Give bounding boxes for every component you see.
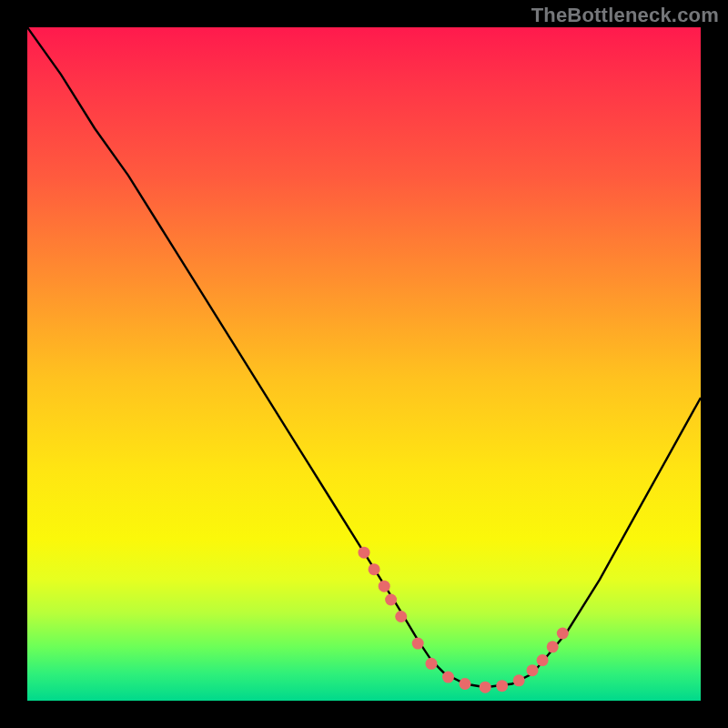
plot-area — [27, 27, 701, 701]
highlight-point — [547, 641, 559, 652]
highlight-point — [480, 682, 491, 693]
bottleneck-curve — [27, 27, 701, 687]
highlight-point — [369, 563, 380, 575]
highlight-point — [513, 674, 525, 686]
chart-container: TheBottleneck.com — [0, 0, 728, 728]
highlight-point — [412, 638, 424, 650]
highlight-point — [537, 654, 549, 666]
highlight-point — [527, 664, 539, 676]
highlight-point — [395, 611, 407, 622]
highlight-point — [359, 547, 370, 559]
watermark-text: TheBottleneck.com — [531, 4, 719, 27]
highlight-point — [379, 581, 390, 592]
highlight-points-group — [359, 547, 569, 693]
highlight-point — [460, 678, 471, 690]
highlight-point — [496, 680, 508, 692]
highlight-point — [442, 672, 454, 683]
curve-svg — [27, 27, 701, 701]
highlight-point — [385, 594, 397, 606]
highlight-point — [426, 658, 438, 670]
highlight-point — [557, 628, 569, 640]
